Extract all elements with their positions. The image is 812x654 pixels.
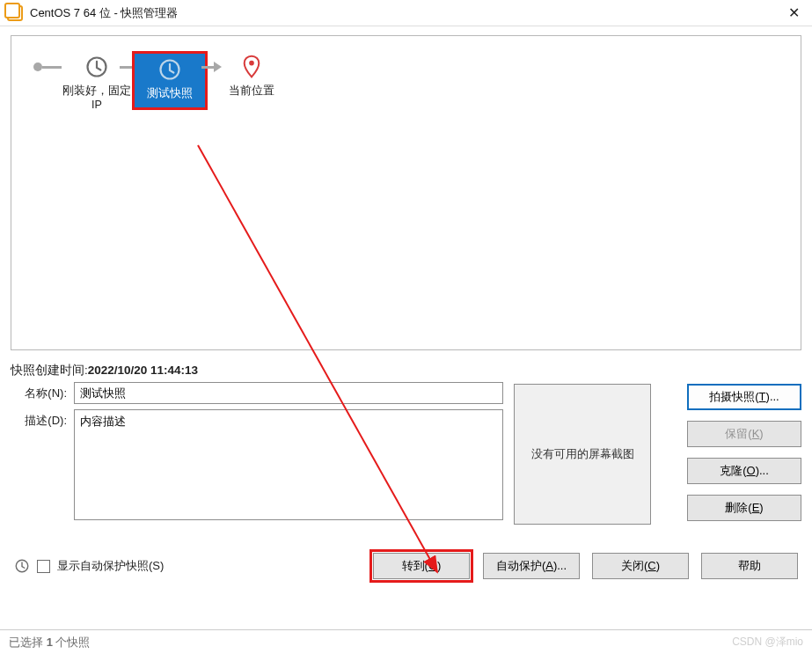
status-bar: 已选择 1 个快照 CSDN @泽mio (0, 629, 812, 654)
snapshot-node-selected[interactable]: 测试快照 (135, 54, 205, 107)
title-bar: CentOS 7 64 位 - 快照管理器 ✕ (0, 0, 812, 26)
take-snapshot-button[interactable]: 拍摄快照(T)... (687, 384, 801, 410)
clock-icon (14, 558, 30, 574)
show-autoprotect-checkbox[interactable] (37, 560, 50, 573)
snapshot-node-1-label: 刚装好，固定IP (62, 84, 132, 113)
vmware-icon (7, 5, 23, 21)
goto-highlight: 转到(G) (372, 552, 471, 580)
status-selected: 已选择 1 个快照 (9, 635, 90, 650)
clock-icon (84, 55, 109, 79)
current-position-label: 当前位置 (229, 84, 274, 98)
delete-button[interactable]: 删除(E) (687, 495, 801, 521)
snapshot-tree-panel: 刚装好，固定IP 测试快照 (11, 35, 801, 350)
clock-icon (157, 57, 182, 82)
desc-input[interactable]: 内容描述 (74, 409, 503, 520)
screenshot-thumbnail: 没有可用的屏幕截图 (514, 384, 651, 525)
close-icon[interactable]: ✕ (783, 4, 805, 21)
show-autoprotect-label: 显示自动保护快照(S) (57, 558, 164, 574)
name-label: 名称(N): (11, 382, 74, 401)
svg-point-2 (249, 61, 254, 66)
current-position-node[interactable]: 当前位置 (216, 54, 287, 98)
clone-button[interactable]: 克隆(O)... (687, 458, 801, 484)
desc-label: 描述(D): (11, 409, 74, 429)
snapshot-created-time: 快照创建时间:2022/10/20 11:44:13 (11, 363, 801, 378)
snapshot-node-selected-label: 测试快照 (147, 86, 193, 100)
goto-button[interactable]: 转到(G) (373, 553, 470, 579)
window-title: CentOS 7 64 位 - 快照管理器 (30, 5, 783, 21)
location-pin-icon (242, 55, 261, 79)
close-button[interactable]: 关闭(C) (592, 553, 689, 579)
name-input[interactable] (74, 382, 503, 404)
keep-button[interactable]: 保留(K) (687, 421, 801, 447)
watermark: CSDN @泽mio (732, 635, 803, 650)
autoprotect-button[interactable]: 自动保护(A)... (483, 553, 580, 579)
help-button[interactable]: 帮助 (701, 553, 798, 579)
tree-connector (33, 54, 62, 80)
